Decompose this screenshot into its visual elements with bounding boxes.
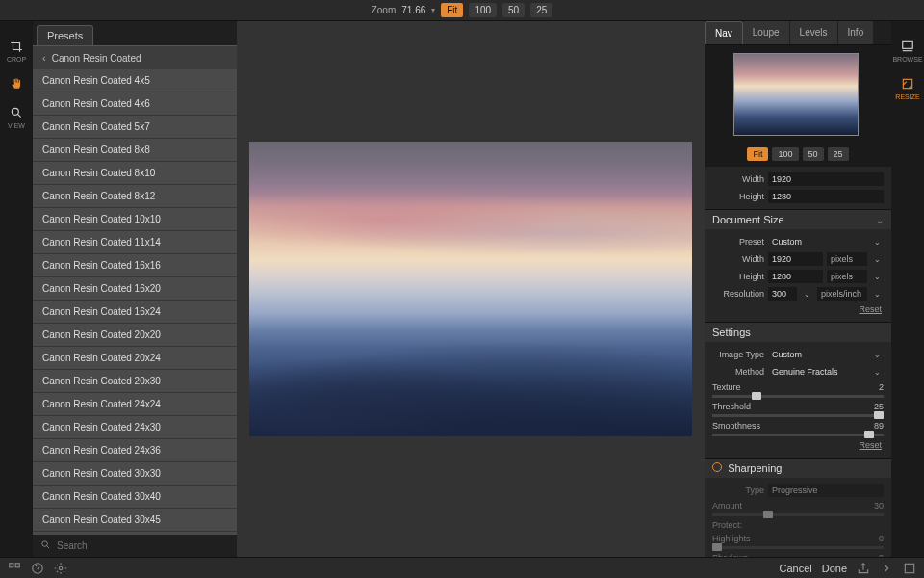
resolution-field[interactable]: 300 <box>768 287 797 301</box>
preset-item[interactable]: Canon Resin Coated 20x20 <box>33 324 237 347</box>
preset-item[interactable]: Canon Resin Coated 30x45 <box>33 509 237 532</box>
resize-icon <box>900 76 915 92</box>
smoothness-slider[interactable]: Smoothness89 <box>705 419 891 438</box>
chevron-down-icon[interactable]: ⌄ <box>801 290 813 299</box>
share-icon[interactable] <box>857 562 870 575</box>
preset-item[interactable]: Canon Resin Coated 16x20 <box>33 277 237 301</box>
resize-tool[interactable]: RESIZE <box>895 76 919 100</box>
doc-width-unit[interactable]: pixels <box>827 252 867 266</box>
done-button[interactable]: Done <box>822 563 847 574</box>
right-tool-rail: BROWSE RESIZE <box>891 21 924 557</box>
doc-height-unit[interactable]: pixels <box>827 270 867 283</box>
doc-height-field[interactable]: 1280 <box>768 270 823 283</box>
shadows-slider[interactable]: Shadows0 <box>705 551 891 557</box>
more-icon[interactable] <box>903 562 916 575</box>
resolution-label: Resolution <box>712 289 764 299</box>
nav-zoom-fit[interactable]: Fit <box>747 147 768 161</box>
preset-item[interactable]: Canon Resin Coated 8x10 <box>33 162 237 185</box>
zoom-50-button[interactable]: 50 <box>502 3 525 17</box>
preset-list[interactable]: Canon Resin Coated 4x5Canon Resin Coated… <box>33 69 237 535</box>
settings-reset[interactable]: Reset <box>705 438 891 454</box>
chevron-down-icon[interactable]: ⌄ <box>871 255 884 264</box>
right-panel-tabs: Nav Loupe Levels Info <box>705 21 891 45</box>
search-input[interactable] <box>57 540 229 551</box>
chevron-down-icon[interactable]: ▾ <box>431 6 435 14</box>
preset-item[interactable]: Canon Resin Coated 5x7 <box>33 116 237 139</box>
preset-item[interactable]: Canon Resin Coated 24x36 <box>33 439 237 462</box>
preset-item[interactable]: Canon Resin Coated 20x24 <box>33 347 237 370</box>
sharpening-header[interactable]: Sharpening <box>705 458 891 478</box>
tab-nav[interactable]: Nav <box>705 21 743 44</box>
tab-loupe[interactable]: Loupe <box>743 21 790 44</box>
preset-item[interactable]: Canon Resin Coated 30x30 <box>33 462 237 486</box>
doc-height-label: Height <box>712 272 764 281</box>
preset-dropdown[interactable]: Custom <box>768 235 867 249</box>
method-dropdown[interactable]: Genuine Fractals <box>768 365 867 379</box>
sharpening-panel: Type Progressive Amount30 Protect: Highl… <box>705 478 891 557</box>
image-type-dropdown[interactable]: Custom <box>768 348 867 361</box>
preset-item[interactable]: Canon Resin Coated 4x6 <box>33 92 237 116</box>
pixel-width-field[interactable]: 1920 <box>768 172 884 186</box>
preset-item[interactable]: Canon Resin Coated 8x12 <box>33 185 237 208</box>
sharpen-amount-slider[interactable]: Amount30 <box>705 499 891 518</box>
forward-icon[interactable] <box>880 562 893 575</box>
doc-size-reset[interactable]: Reset <box>705 302 891 318</box>
presets-category-label: Canon Resin Coated <box>52 53 141 64</box>
crop-tool[interactable]: CROP <box>7 39 26 63</box>
top-toolbar: Zoom 71.66 ▾ Fit 100 50 25 <box>0 0 924 21</box>
zoom-fit-button[interactable]: Fit <box>441 3 463 17</box>
tab-info[interactable]: Info <box>838 21 875 44</box>
presets-tab[interactable]: Presets <box>37 25 93 45</box>
preset-item[interactable]: Canon Resin Coated 8x8 <box>33 139 237 162</box>
preset-item[interactable]: Canon Resin Coated 40x40 <box>33 532 237 535</box>
gear-icon[interactable] <box>54 562 67 575</box>
cancel-button[interactable]: Cancel <box>779 563 811 574</box>
navigator-thumbnail[interactable] <box>733 53 859 136</box>
doc-width-field[interactable]: 1920 <box>768 252 823 266</box>
threshold-slider[interactable]: Threshold25 <box>705 400 891 419</box>
pixel-height-field[interactable]: 1280 <box>768 190 884 203</box>
pan-tool[interactable] <box>9 76 24 92</box>
preset-item[interactable]: Canon Resin Coated 24x24 <box>33 393 237 416</box>
nav-zoom-50[interactable]: 50 <box>803 147 824 161</box>
tab-levels[interactable]: Levels <box>790 21 838 44</box>
chevron-down-icon[interactable]: ⌄ <box>871 368 884 377</box>
document-size-header[interactable]: Document Size ⌄ <box>705 209 891 229</box>
preset-item[interactable]: Canon Resin Coated 16x24 <box>33 301 237 324</box>
svg-rect-2 <box>903 41 913 48</box>
help-icon[interactable] <box>31 562 44 575</box>
search-icon <box>40 539 51 552</box>
zoom-100-button[interactable]: 100 <box>469 3 497 17</box>
hand-icon <box>9 76 24 92</box>
chevron-down-icon[interactable]: ⌄ <box>871 290 884 299</box>
settings-panel: Image Type Custom ⌄ Method Genuine Fract… <box>705 342 891 458</box>
resolution-unit[interactable]: pixels/inch <box>817 287 867 301</box>
crop-icon <box>9 39 24 54</box>
zoom-value: 71.66 <box>401 5 425 15</box>
zoom-25-button[interactable]: 25 <box>530 3 552 17</box>
preset-item[interactable]: Canon Resin Coated 10x10 <box>33 208 237 231</box>
browse-tool[interactable]: BROWSE <box>892 39 922 63</box>
nav-zoom-100[interactable]: 100 <box>772 147 798 161</box>
chevron-down-icon[interactable]: ⌄ <box>871 273 884 281</box>
highlights-slider[interactable]: Highlights0 <box>705 532 891 551</box>
preset-item[interactable]: Canon Resin Coated 4x5 <box>33 69 237 92</box>
preset-item[interactable]: Canon Resin Coated 20x30 <box>33 370 237 393</box>
navigator-zoom-controls: Fit 100 50 25 <box>705 142 891 167</box>
browse-icon <box>900 39 915 54</box>
preset-item[interactable]: Canon Resin Coated 24x30 <box>33 416 237 439</box>
presets-category-header[interactable]: ‹ Canon Resin Coated <box>33 45 237 69</box>
preset-item[interactable]: Canon Resin Coated 11x14 <box>33 231 237 254</box>
preset-label: Preset <box>712 237 764 247</box>
view-tool[interactable]: VIEW <box>8 105 25 129</box>
settings-header[interactable]: Settings <box>705 322 891 342</box>
preset-item[interactable]: Canon Resin Coated 16x16 <box>33 254 237 277</box>
image-canvas[interactable] <box>237 21 705 557</box>
grid-icon[interactable] <box>8 562 21 575</box>
chevron-down-icon[interactable]: ⌄ <box>871 238 884 247</box>
chevron-down-icon[interactable]: ⌄ <box>871 351 884 359</box>
sharpen-type-dropdown[interactable]: Progressive <box>768 484 884 497</box>
texture-slider[interactable]: Texture2 <box>705 381 891 400</box>
nav-zoom-25[interactable]: 25 <box>828 147 849 161</box>
preset-item[interactable]: Canon Resin Coated 30x40 <box>33 486 237 509</box>
